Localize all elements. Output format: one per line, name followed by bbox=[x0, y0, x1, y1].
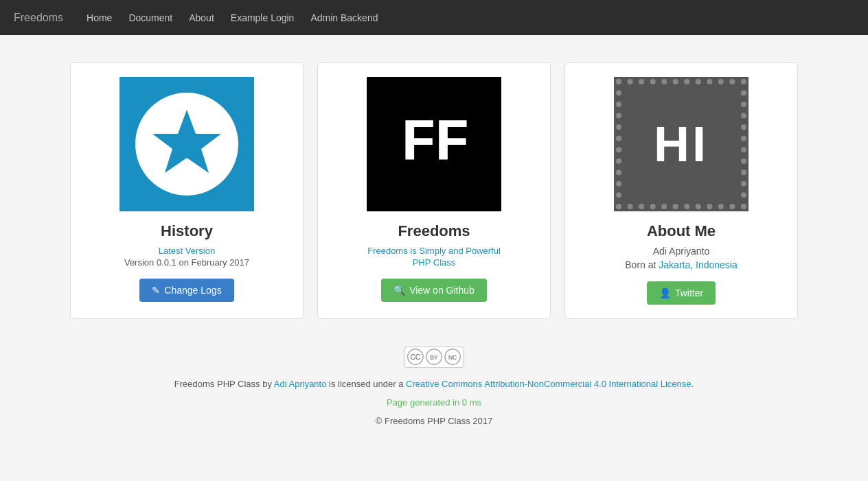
pencil-icon: ✎ bbox=[152, 285, 160, 296]
twitter-label: Twitter bbox=[675, 288, 703, 298]
aboutme-name: Adi Apriyanto bbox=[653, 246, 710, 257]
cc-badge: CC BY NC bbox=[404, 347, 464, 368]
cc-badge-wrap: CC BY NC bbox=[404, 347, 464, 368]
generated-text: Page generated in 0 ms bbox=[387, 397, 481, 408]
history-version: Version 0.0.1 on February 2017 bbox=[124, 257, 249, 268]
history-title: History bbox=[161, 222, 213, 240]
cards-container: History Latest Version Version 0.0.1 on … bbox=[0, 35, 868, 333]
aboutme-title: About Me bbox=[647, 222, 716, 240]
license-author-link[interactable]: Adi Apriyanto bbox=[274, 379, 327, 389]
user-icon: 👤 bbox=[659, 288, 671, 298]
change-logs-label: Change Logs bbox=[164, 285, 221, 296]
ff-logo: FF bbox=[400, 114, 468, 174]
nav-brand: Freedoms bbox=[14, 12, 63, 24]
copyright-text: © Freedoms PHP Class 2017 bbox=[376, 416, 492, 426]
view-github-label: View on Github bbox=[409, 285, 475, 296]
generated-value: 0 ms bbox=[462, 397, 481, 408]
license-middle: is licensed under a bbox=[326, 379, 406, 389]
nav-document[interactable]: Document bbox=[128, 12, 172, 23]
nav-home[interactable]: Home bbox=[87, 12, 112, 23]
svg-text:BY: BY bbox=[430, 354, 438, 361]
history-image bbox=[119, 77, 254, 211]
navbar: Freedoms Home Document About Example Log… bbox=[0, 0, 868, 35]
born-link[interactable]: Jakarta, Indonesia bbox=[659, 259, 737, 270]
license-name-link[interactable]: Creative Commons Attribution-NonCommerci… bbox=[406, 379, 691, 389]
freedoms-card: FF Freedoms Freedoms is Simply and Power… bbox=[317, 62, 551, 319]
footer: CC BY NC Freedoms PHP Class by Adi Apriy… bbox=[0, 333, 868, 447]
history-card: History Latest Version Version 0.0.1 on … bbox=[70, 62, 304, 319]
svg-text:CC: CC bbox=[410, 353, 420, 361]
freedoms-desc1: Freedoms is Simply and Powerful bbox=[367, 246, 501, 256]
star-circle bbox=[135, 93, 238, 196]
freedoms-desc2: PHP Class bbox=[413, 257, 456, 268]
generated-prefix: Page generated in bbox=[387, 397, 462, 408]
license-suffix: . bbox=[692, 379, 694, 389]
aboutme-born: Born at Jakarta, Indonesia bbox=[625, 259, 737, 270]
view-github-button[interactable]: 🔍 View on Github bbox=[381, 279, 487, 302]
twitter-button[interactable]: 👤 Twitter bbox=[647, 281, 716, 305]
nav-about[interactable]: About bbox=[189, 12, 214, 23]
dotted-border: HI bbox=[616, 79, 746, 209]
hi-logo: HI bbox=[654, 116, 709, 172]
license-prefix: Freedoms PHP Class by bbox=[174, 379, 274, 389]
aboutme-card: HI About Me Adi Apriyanto Born at Jakart… bbox=[564, 62, 798, 319]
nav-admin-backend[interactable]: Admin Backend bbox=[310, 12, 378, 23]
freedoms-image: FF bbox=[367, 77, 501, 211]
change-logs-button[interactable]: ✎ Change Logs bbox=[139, 279, 233, 302]
svg-text:NC: NC bbox=[448, 354, 457, 361]
nav-example-login[interactable]: Example Login bbox=[231, 12, 295, 23]
star-icon bbox=[149, 106, 225, 182]
license-text: Freedoms PHP Class by Adi Apriyanto is l… bbox=[174, 379, 694, 389]
freedoms-title: Freedoms bbox=[398, 222, 470, 240]
history-subtitle: Latest Version bbox=[159, 246, 215, 256]
svg-marker-0 bbox=[152, 110, 221, 173]
search-icon: 🔍 bbox=[393, 285, 405, 296]
aboutme-image: HI bbox=[614, 77, 749, 211]
